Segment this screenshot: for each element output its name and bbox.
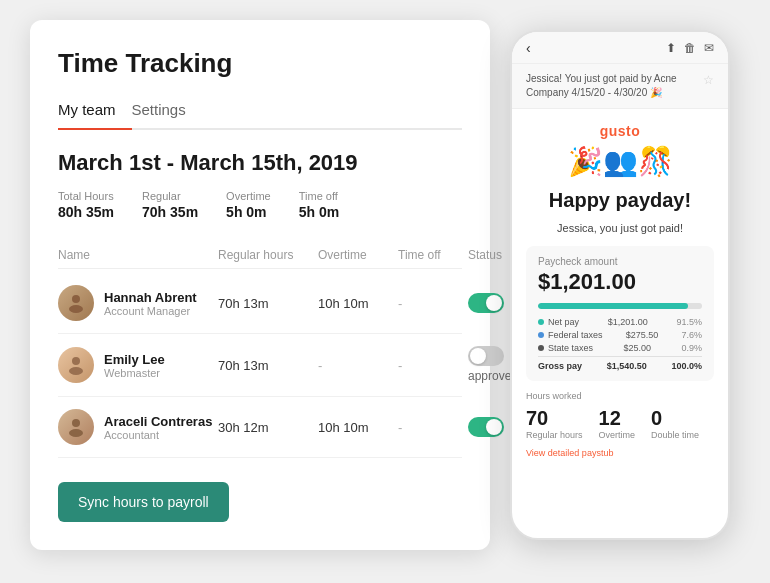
hours-section: 70 Regular hours 12 Overtime 0 Double ti… xyxy=(526,407,714,440)
summary-total-hours: Total Hours 80h 35m xyxy=(58,190,114,220)
table-header: Name Regular hours Overtime Time off Sta… xyxy=(58,242,462,269)
pay-row-net: Net pay $1,201.00 91.5% xyxy=(538,317,702,327)
happy-payday-headline: Happy payday! xyxy=(526,188,714,212)
payday-illustration: 🎉👥🎊 xyxy=(526,145,714,178)
back-icon[interactable]: ‹ xyxy=(526,40,531,56)
date-range: March 1st - March 15th, 2019 xyxy=(58,150,462,176)
pay-row-state: State taxes $25.00 0.9% xyxy=(538,343,702,353)
view-paystub-link[interactable]: View detailed paystub xyxy=(526,448,714,458)
table-row: Araceli Contreras Accountant 30h 12m 10h… xyxy=(58,397,462,458)
employee-info-emily: Emily Lee Webmaster xyxy=(58,347,218,383)
svg-point-0 xyxy=(72,295,80,303)
summary-regular: Regular 70h 35m xyxy=(142,190,198,220)
toggle-araceli[interactable] xyxy=(468,417,504,437)
tab-settings[interactable]: Settings xyxy=(132,93,202,130)
avatar xyxy=(58,285,94,321)
scene: Time Tracking My team Settings March 1st… xyxy=(0,0,770,583)
table-row: Hannah Abrent Account Manager 70h 13m 10… xyxy=(58,273,462,334)
desktop-panel: Time Tracking My team Settings March 1st… xyxy=(30,20,490,550)
notification-text: Jessica! You just got paid by Acne Compa… xyxy=(526,72,703,100)
phone: ‹ ⬆ 🗑 ✉ Jessica! You just got paid by Ac… xyxy=(510,30,730,540)
mail-icon[interactable]: ✉ xyxy=(704,41,714,55)
regular-hours: 70 Regular hours xyxy=(526,407,583,440)
pay-row-federal: Federal taxes $275.50 7.6% xyxy=(538,330,702,340)
avatar xyxy=(58,409,94,445)
svg-point-5 xyxy=(69,429,83,437)
paycheck-amount: $1,201.00 xyxy=(538,269,702,295)
tab-bar: My team Settings xyxy=(58,93,462,130)
phone-status-bar: ‹ ⬆ 🗑 ✉ xyxy=(512,32,728,64)
summary-row: Total Hours 80h 35m Regular 70h 35m Over… xyxy=(58,190,462,220)
brand-logo: gusto xyxy=(526,123,714,139)
dot-federal-taxes xyxy=(538,332,544,338)
avatar xyxy=(58,347,94,383)
pay-bar xyxy=(538,303,702,309)
svg-point-1 xyxy=(69,305,83,313)
sync-button[interactable]: Sync hours to payroll xyxy=(58,482,229,522)
svg-point-4 xyxy=(72,419,80,427)
gross-pay-row: Gross pay $1,540.50 100.0% xyxy=(538,356,702,371)
double-time-hours: 0 Double time xyxy=(651,407,699,440)
summary-overtime: Overtime 5h 0m xyxy=(226,190,271,220)
upload-icon[interactable]: ⬆ xyxy=(666,41,676,55)
dot-net-pay xyxy=(538,319,544,325)
employee-info-hannah: Hannah Abrent Account Manager xyxy=(58,285,218,321)
phone-wrapper: ‹ ⬆ 🗑 ✉ Jessica! You just got paid by Ac… xyxy=(510,30,730,540)
phone-actions: ⬆ 🗑 ✉ xyxy=(666,41,714,55)
paycheck-section: Paycheck amount $1,201.00 Net pay $1,201… xyxy=(526,246,714,381)
dot-state-taxes xyxy=(538,345,544,351)
phone-body: gusto 🎉👥🎊 Happy payday! Jessica, you jus… xyxy=(512,109,728,468)
overtime-hours: 12 Overtime xyxy=(599,407,636,440)
trash-icon[interactable]: 🗑 xyxy=(684,41,696,55)
tab-my-team[interactable]: My team xyxy=(58,93,132,130)
paycheck-label: Paycheck amount xyxy=(538,256,702,267)
page-title: Time Tracking xyxy=(58,48,462,79)
toggle-hannah[interactable] xyxy=(468,293,504,313)
svg-point-3 xyxy=(69,367,83,375)
phone-notification: Jessica! You just got paid by Acne Compa… xyxy=(512,64,728,109)
svg-point-2 xyxy=(72,357,80,365)
hours-worked-label: Hours worked xyxy=(526,391,714,401)
toggle-emily[interactable] xyxy=(468,346,504,366)
got-paid-subtext: Jessica, you just got paid! xyxy=(526,222,714,234)
summary-time-off: Time off 5h 0m xyxy=(299,190,339,220)
table-row: Emily Lee Webmaster 70h 13m - - Not appr… xyxy=(58,334,462,397)
star-icon[interactable]: ☆ xyxy=(703,72,714,89)
pay-bar-fill xyxy=(538,303,688,309)
employee-info-araceli: Araceli Contreras Accountant xyxy=(58,409,218,445)
